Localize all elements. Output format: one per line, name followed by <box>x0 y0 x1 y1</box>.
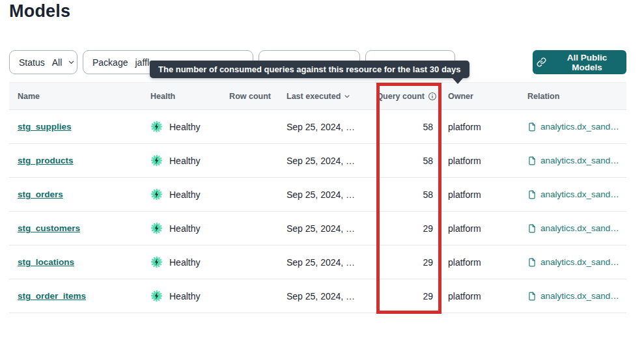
owner-cell: platform <box>436 223 513 234</box>
health-status-label: Healthy <box>169 156 200 166</box>
relation-cell: analytics.dx_sand… <box>513 156 626 165</box>
name-cell: stg_orders <box>9 189 150 199</box>
query-count-cell: 29 <box>371 223 436 234</box>
file-icon <box>527 156 537 165</box>
sort-chevron-down-icon <box>344 93 350 100</box>
column-header-owner: Owner <box>436 92 513 101</box>
all-public-models-button[interactable]: All Public Models <box>533 50 626 74</box>
model-name-link[interactable]: stg_products <box>18 156 74 165</box>
relation-cell: analytics.dx_sand… <box>513 189 626 199</box>
model-name-link[interactable]: stg_supplies <box>18 122 72 132</box>
health-cell: Healthy <box>150 188 227 201</box>
chevron-down-icon <box>68 59 75 66</box>
health-cell: Healthy <box>150 222 227 234</box>
query-count-cell: 29 <box>371 291 436 301</box>
query-count-cell: 58 <box>371 156 436 166</box>
page-title: Models <box>9 1 70 21</box>
health-badge-icon <box>150 222 163 234</box>
last-executed-cell: Sep 25, 2024, … <box>277 156 371 166</box>
file-icon <box>527 292 537 301</box>
status-filter-value: All <box>52 57 63 68</box>
name-cell: stg_order_items <box>9 291 150 301</box>
health-cell: Healthy <box>150 256 227 268</box>
owner-cell: platform <box>436 257 513 268</box>
file-icon <box>527 258 537 267</box>
last-executed-cell: Sep 25, 2024, … <box>277 257 371 268</box>
status-filter[interactable]: Status All <box>9 50 77 74</box>
models-page: Models Status All Package jaffle_ All Pu… <box>0 0 644 349</box>
query-count-cell: 29 <box>371 257 436 268</box>
all-public-models-label: All Public Models <box>552 53 623 72</box>
relation-cell: analytics.dx_sand… <box>513 122 626 132</box>
health-status-label: Healthy <box>169 223 200 234</box>
name-cell: stg_products <box>9 156 150 165</box>
query-count-cell: 58 <box>371 122 436 132</box>
column-header-name: Name <box>9 92 150 101</box>
relation-link[interactable]: analytics.dx_sand… <box>540 156 619 165</box>
package-filter-label: Package <box>92 57 128 68</box>
table-row: stg_customers Healthy Sep 25, 2024, … 29… <box>9 212 626 245</box>
model-name-link[interactable]: stg_customers <box>18 223 80 233</box>
last-executed-cell: Sep 25, 2024, … <box>277 223 371 234</box>
column-header-health: Health <box>150 92 227 101</box>
relation-link[interactable]: analytics.dx_sand… <box>540 189 619 199</box>
table-row: stg_locations Healthy Sep 25, 2024, … 29… <box>9 245 626 279</box>
last-executed-cell: Sep 25, 2024, … <box>277 122 371 132</box>
owner-cell: platform <box>436 156 513 166</box>
name-cell: stg_supplies <box>9 122 150 132</box>
tooltip-text: The number of consumed queries against t… <box>158 64 461 74</box>
file-icon <box>527 224 537 233</box>
relation-cell: analytics.dx_sand… <box>513 291 626 301</box>
column-header-relation: Relation <box>513 92 626 101</box>
last-executed-cell: Sep 25, 2024, … <box>277 189 371 200</box>
relation-cell: analytics.dx_sand… <box>513 257 626 267</box>
relation-link[interactable]: analytics.dx_sand… <box>540 257 619 267</box>
relation-link[interactable]: analytics.dx_sand… <box>540 122 619 132</box>
status-filter-label: Status <box>19 57 45 68</box>
relation-cell: analytics.dx_sand… <box>513 223 626 233</box>
health-cell: Healthy <box>150 290 227 302</box>
health-cell: Healthy <box>150 154 227 167</box>
health-status-label: Healthy <box>169 122 200 132</box>
table-row: stg_supplies Healthy Sep 25, 2024, … 58 … <box>9 110 626 144</box>
health-status-label: Healthy <box>169 291 200 301</box>
owner-cell: platform <box>436 122 513 132</box>
models-table: Name Health Row count Last executed Quer… <box>9 82 626 313</box>
health-badge-icon <box>150 256 163 268</box>
table-header-row: Name Health Row count Last executed Quer… <box>9 82 626 110</box>
table-body: stg_supplies Healthy Sep 25, 2024, … 58 … <box>9 110 626 313</box>
file-icon <box>527 122 537 132</box>
column-header-query-count: Query count <box>371 92 436 101</box>
table-row: stg_products Healthy Sep 25, 2024, … 58 … <box>9 144 626 178</box>
query-count-tooltip: The number of consumed queries against t… <box>150 61 469 78</box>
health-status-label: Healthy <box>169 257 200 268</box>
column-header-last-executed[interactable]: Last executed <box>277 92 371 101</box>
relation-link[interactable]: analytics.dx_sand… <box>540 223 619 233</box>
health-badge-icon <box>150 290 163 302</box>
health-badge-icon <box>150 120 163 133</box>
column-header-row-count: Row count <box>227 92 277 101</box>
owner-cell: platform <box>436 291 513 301</box>
model-name-link[interactable]: stg_locations <box>18 257 74 267</box>
health-cell: Healthy <box>150 120 227 133</box>
relation-link[interactable]: analytics.dx_sand… <box>540 291 619 301</box>
last-executed-cell: Sep 25, 2024, … <box>277 291 371 301</box>
owner-cell: platform <box>436 189 513 200</box>
link-icon <box>537 57 546 67</box>
query-count-cell: 58 <box>371 189 436 200</box>
health-badge-icon <box>150 188 163 201</box>
health-status-label: Healthy <box>169 189 200 200</box>
health-badge-icon <box>150 154 163 167</box>
name-cell: stg_locations <box>9 257 150 267</box>
model-name-link[interactable]: stg_order_items <box>18 291 86 301</box>
file-icon <box>527 190 537 199</box>
name-cell: stg_customers <box>9 223 150 233</box>
table-row: stg_orders Healthy Sep 25, 2024, … 58 pl… <box>9 178 626 212</box>
model-name-link[interactable]: stg_orders <box>18 189 63 199</box>
tooltip-arrow <box>453 78 463 84</box>
table-row: stg_order_items Healthy Sep 25, 2024, … … <box>9 279 626 313</box>
